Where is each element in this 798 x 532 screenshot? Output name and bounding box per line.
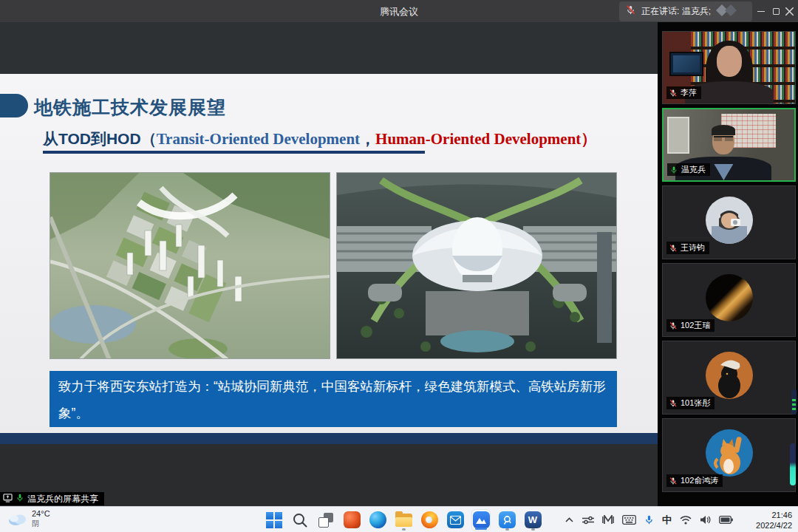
speaking-indicator[interactable]: 正在讲话: 温克兵;	[619, 1, 752, 21]
share-banner-label: 温克兵的屏幕共享	[27, 493, 98, 505]
participant-name: 102王瑞	[681, 320, 710, 331]
mic-muted-icon	[669, 89, 678, 98]
subtitle-en-red: Human-Oriented Development	[375, 130, 581, 148]
share-backdrop	[0, 22, 658, 74]
file-explorer-icon	[395, 514, 412, 527]
minimize-icon	[757, 11, 765, 12]
sliders-icon[interactable]	[582, 516, 594, 525]
file-explorer-button[interactable]	[394, 509, 413, 531]
participant-tile-wenkebing[interactable]: 温克兵	[662, 108, 796, 182]
speaking-label: 正在讲话: 温克兵;	[641, 5, 711, 18]
name-tag: 温克兵	[667, 163, 710, 176]
mic-muted-icon	[669, 477, 678, 485]
participant-tile-yuhongtao[interactable]: 102俞鸿涛	[662, 418, 796, 492]
participants-scrollbar-thumb[interactable]	[790, 443, 796, 485]
name-tag: 102王瑞	[666, 319, 715, 332]
meeting-window: 腾讯会议 正在讲话: 温克兵; 地铁施工技术发展展望 从TOD到HOD（Tran…	[0, 0, 798, 532]
name-tag: 李萍	[666, 86, 701, 99]
cloud-icon	[7, 511, 27, 526]
participant-tile-zhangtong[interactable]: 101张彤	[662, 341, 796, 415]
screen-share-icon	[3, 492, 13, 505]
subtitle-en-blue: Transit-Oriented Development	[157, 130, 360, 148]
office-icon	[344, 511, 361, 528]
windows-start-icon	[266, 512, 282, 528]
subtitle-underline	[43, 151, 425, 154]
taskbar-clock[interactable]: 21:46 2022/4/22	[756, 510, 792, 531]
docs-app-button[interactable]	[497, 509, 516, 531]
clock-time: 21:46	[756, 510, 792, 520]
browser-app-button[interactable]	[420, 509, 439, 531]
station-render-image	[336, 172, 617, 359]
participant-name: 温克兵	[681, 164, 706, 175]
minimize-button[interactable]	[754, 0, 768, 22]
windows-taskbar: 24°C 阴	[0, 506, 798, 532]
avatar	[706, 197, 753, 244]
participant-name: 101张彤	[681, 398, 710, 409]
mic-muted-icon	[625, 4, 636, 18]
close-icon	[785, 7, 794, 16]
office-app-button[interactable]	[342, 509, 361, 531]
avatar	[706, 352, 753, 399]
search-button[interactable]	[290, 509, 310, 531]
participant-name: 102俞鸿涛	[681, 475, 718, 486]
search-icon	[292, 512, 308, 528]
battery-icon[interactable]	[719, 516, 733, 524]
shared-screen-area: 地铁施工技术发展展望 从TOD到HOD（Transit-Oriented Dev…	[0, 22, 658, 506]
slide-title: 地铁施工技术发展展望	[34, 95, 226, 120]
maximize-button[interactable]	[768, 0, 783, 22]
weather-desc: 阴	[32, 519, 50, 528]
name-tag: 102俞鸿涛	[666, 474, 723, 487]
word-icon: W	[525, 511, 542, 528]
participant-name: 王诗钧	[681, 242, 705, 253]
ime-language-indicator[interactable]: 中	[662, 514, 672, 527]
weather-widget[interactable]: 24°C 阴	[7, 509, 50, 528]
tencent-meeting-icon	[473, 511, 490, 528]
wifi-icon[interactable]	[680, 516, 692, 525]
tod-city-aerial-image	[50, 172, 330, 359]
meeting-logo-icon	[716, 4, 741, 19]
close-button[interactable]	[782, 0, 797, 22]
presentation-slide: 地铁施工技术发展展望 从TOD到HOD（Transit-Oriented Dev…	[0, 74, 658, 433]
participants-panel: 李萍 温克兵 王诗钧 1	[658, 22, 798, 506]
participant-tile-liping[interactable]: 李萍	[662, 31, 796, 104]
task-view-button[interactable]	[316, 509, 335, 531]
slide-caption: 致力于将西安东站打造为：“站城协同新典范，中国客站新标杆，绿色建筑新模式、高铁站…	[50, 371, 617, 427]
volume-icon[interactable]	[700, 515, 711, 525]
task-view-icon	[318, 512, 334, 528]
mic-active-icon	[669, 166, 678, 174]
hidden-icons-chevron[interactable]	[565, 516, 574, 524]
title-accent-shape	[0, 94, 28, 117]
share-mic-active-icon	[16, 492, 24, 505]
weather-temp: 24°C	[32, 509, 50, 519]
word-app-button[interactable]: W	[523, 509, 542, 531]
taskbar-app-icons: W	[265, 507, 542, 532]
avatar	[706, 274, 753, 321]
participant-name: 李萍	[681, 87, 697, 98]
mic-muted-icon	[669, 399, 678, 408]
name-tag: 王诗钧	[666, 242, 709, 254]
docs-app-icon	[499, 511, 516, 528]
tencent-meeting-app-button[interactable]	[471, 509, 491, 531]
slide-footer-bar	[0, 433, 658, 444]
tray-microphone-icon[interactable]	[644, 514, 654, 525]
start-button[interactable]	[265, 509, 284, 531]
mic-muted-icon	[669, 321, 678, 330]
edge-browser-button[interactable]	[368, 509, 387, 531]
m-app-tray-icon[interactable]	[602, 515, 614, 525]
mail-app-button[interactable]	[446, 509, 465, 531]
maximize-icon	[773, 8, 780, 15]
edge-icon	[369, 511, 386, 528]
window-titlebar: 腾讯会议 正在讲话: 温克兵;	[0, 0, 798, 22]
participant-tile-wangshijun[interactable]: 王诗钧	[662, 185, 796, 259]
name-tag: 101张彤	[666, 397, 715, 409]
mic-muted-icon	[669, 244, 678, 253]
clock-date: 2022/4/22	[756, 520, 792, 531]
screen-share-banner: 温克兵的屏幕共享	[0, 492, 104, 505]
touch-keyboard-icon[interactable]	[622, 515, 636, 525]
system-tray: 中	[565, 507, 733, 532]
audio-level-indicator	[791, 389, 797, 415]
browser-icon	[421, 511, 438, 528]
participant-tile-wangrui[interactable]: 102王瑞	[662, 263, 796, 337]
avatar	[706, 429, 753, 477]
mail-icon	[447, 511, 464, 528]
